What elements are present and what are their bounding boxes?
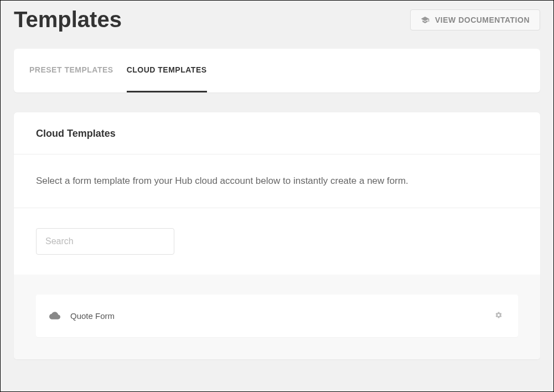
cloud-icon — [49, 310, 60, 321]
template-settings-button[interactable] — [493, 309, 505, 323]
tab-preset-templates[interactable]: PRESET TEMPLATES — [29, 49, 113, 92]
template-name: Quote Form — [70, 311, 115, 321]
search-input[interactable] — [36, 228, 174, 255]
view-documentation-button[interactable]: VIEW DOCUMENTATION — [410, 9, 540, 30]
graduation-cap-icon — [421, 16, 429, 24]
list-item[interactable]: Quote Form — [36, 295, 518, 337]
page-title: Templates — [14, 7, 122, 32]
tabs-container: PRESET TEMPLATES CLOUD TEMPLATES — [14, 49, 540, 92]
section-description: Select a form template from your Hub clo… — [36, 174, 518, 188]
section-title: Cloud Templates — [36, 128, 518, 140]
templates-list: Quote Form — [14, 275, 540, 359]
content-card: Cloud Templates Select a form template f… — [14, 112, 540, 359]
tab-cloud-templates[interactable]: CLOUD TEMPLATES — [127, 49, 207, 92]
view-documentation-label: VIEW DOCUMENTATION — [435, 16, 530, 24]
gear-icon — [495, 311, 503, 321]
